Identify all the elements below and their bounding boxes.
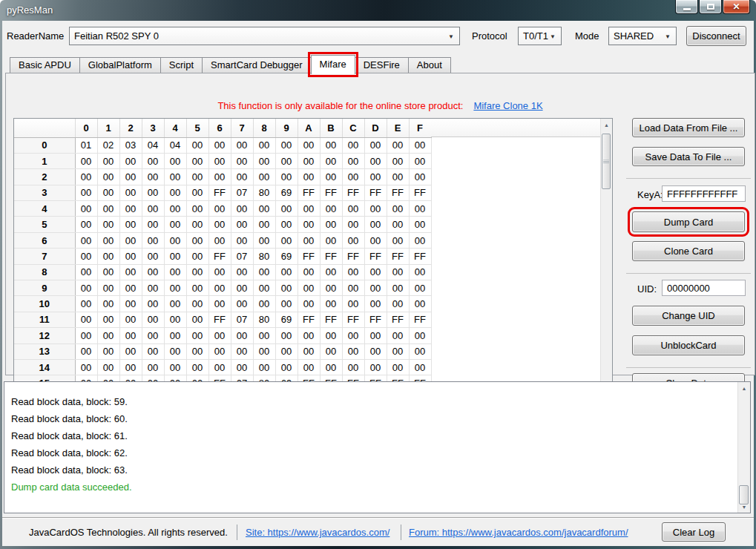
hex-cell[interactable]: 00 — [75, 249, 97, 264]
hex-cell[interactable]: FF — [409, 249, 431, 264]
hex-cell[interactable]: FF — [320, 185, 342, 200]
hex-cell[interactable]: FF — [364, 312, 387, 327]
hex-cell[interactable]: 00 — [164, 328, 186, 343]
hex-cell[interactable]: 00 — [164, 185, 186, 200]
hex-cell[interactable]: 00 — [387, 201, 409, 217]
hex-cell[interactable]: 00 — [208, 137, 231, 153]
hex-cell[interactable]: 00 — [186, 137, 208, 153]
hex-cell[interactable]: 00 — [320, 359, 342, 375]
hex-cell[interactable]: 00 — [75, 201, 97, 217]
hex-cell[interactable]: FF — [364, 185, 387, 200]
hex-cell[interactable]: 00 — [231, 343, 253, 359]
hex-cell[interactable]: 00 — [409, 264, 431, 280]
hex-cell[interactable]: 00 — [119, 296, 142, 312]
hex-cell[interactable]: 00 — [142, 249, 164, 264]
hex-cell[interactable]: 02 — [97, 137, 119, 153]
hex-cell[interactable]: 00 — [97, 359, 119, 375]
hex-cell[interactable]: 00 — [387, 169, 409, 185]
hex-cell[interactable]: 00 — [320, 343, 342, 359]
hex-cell[interactable]: 80 — [253, 185, 275, 200]
title-bar[interactable]: pyResMan ✕ — [0, 0, 756, 21]
hex-cell[interactable]: FF — [387, 185, 409, 200]
hex-cell[interactable]: 00 — [409, 359, 431, 375]
hex-cell[interactable]: 04 — [164, 137, 186, 153]
hex-cell[interactable]: 00 — [186, 343, 208, 359]
hex-cell[interactable]: 00 — [75, 153, 97, 168]
dump-card-button[interactable]: Dump Card — [632, 211, 745, 232]
hex-cell[interactable]: 00 — [298, 359, 320, 375]
hex-cell[interactable]: 00 — [208, 264, 231, 280]
hex-cell[interactable]: 00 — [320, 169, 342, 185]
hex-cell[interactable]: 00 — [387, 232, 409, 248]
hex-cell[interactable]: 00 — [186, 359, 208, 375]
hex-cell[interactable]: 00 — [231, 201, 253, 217]
hex-cell[interactable]: 69 — [275, 249, 298, 264]
hex-cell[interactable]: 00 — [409, 169, 431, 185]
hex-cell[interactable]: 00 — [75, 185, 97, 200]
tab-about[interactable]: About — [408, 57, 451, 73]
hex-cell[interactable]: 00 — [364, 169, 387, 185]
hex-cell[interactable]: 00 — [186, 296, 208, 312]
hex-cell[interactable]: 00 — [97, 312, 119, 327]
hex-cell[interactable]: 00 — [186, 232, 208, 248]
hex-cell[interactable]: 00 — [275, 280, 298, 296]
hex-cell[interactable]: 00 — [97, 296, 119, 312]
hex-cell[interactable]: 00 — [387, 217, 409, 232]
hex-cell[interactable]: 69 — [275, 312, 298, 327]
hex-cell[interactable]: 00 — [97, 153, 119, 168]
hex-cell[interactable]: 00 — [364, 343, 387, 359]
hex-cell[interactable]: 00 — [298, 296, 320, 312]
hex-cell[interactable]: 00 — [342, 169, 364, 185]
hex-cell[interactable]: 00 — [298, 217, 320, 232]
hex-cell[interactable]: 00 — [275, 201, 298, 217]
hex-cell[interactable]: 00 — [208, 359, 231, 375]
hex-cell[interactable]: 00 — [208, 343, 231, 359]
hex-cell[interactable]: 00 — [364, 296, 387, 312]
hex-cell[interactable]: 00 — [142, 359, 164, 375]
uid-input[interactable] — [662, 280, 746, 296]
hex-cell[interactable]: 00 — [409, 232, 431, 248]
hex-cell[interactable]: 00 — [208, 217, 231, 232]
hex-cell[interactable]: FF — [387, 249, 409, 264]
hex-cell[interactable]: 00 — [320, 217, 342, 232]
change-uid-button[interactable]: Change UID — [632, 306, 745, 326]
hex-cell[interactable]: 00 — [253, 169, 275, 185]
hex-cell[interactable]: 00 — [364, 217, 387, 232]
hex-cell[interactable]: 00 — [298, 280, 320, 296]
hex-cell[interactable]: 00 — [186, 280, 208, 296]
hex-cell[interactable]: 00 — [342, 343, 364, 359]
hex-cell[interactable]: 00 — [275, 359, 298, 375]
hex-cell[interactable]: 00 — [119, 264, 142, 280]
hex-cell[interactable]: 00 — [253, 264, 275, 280]
hex-cell[interactable]: 00 — [75, 359, 97, 375]
hex-cell[interactable]: 00 — [97, 232, 119, 248]
hex-cell[interactable]: 00 — [253, 343, 275, 359]
hex-cell[interactable]: 00 — [208, 232, 231, 248]
hex-cell[interactable]: 00 — [164, 312, 186, 327]
hex-cell[interactable]: 00 — [231, 296, 253, 312]
hex-cell[interactable]: 00 — [119, 153, 142, 168]
hex-cell[interactable]: 00 — [231, 232, 253, 248]
log-scrollbar[interactable]: ▲ ▼ — [737, 382, 750, 513]
hex-cell[interactable]: 00 — [342, 359, 364, 375]
tab-script[interactable]: Script — [160, 57, 203, 73]
hex-cell[interactable]: 00 — [320, 201, 342, 217]
hex-cell[interactable]: 00 — [186, 185, 208, 200]
hex-cell[interactable]: 00 — [208, 201, 231, 217]
hex-cell[interactable]: 00 — [119, 169, 142, 185]
hex-cell[interactable]: FF — [320, 312, 342, 327]
hex-cell[interactable]: 00 — [164, 217, 186, 232]
hex-cell[interactable]: 00 — [320, 232, 342, 248]
hex-cell[interactable]: 00 — [275, 153, 298, 168]
hex-cell[interactable]: 00 — [409, 201, 431, 217]
hex-cell[interactable]: 00 — [186, 249, 208, 264]
hex-cell[interactable]: 00 — [119, 328, 142, 343]
hex-cell[interactable]: 00 — [409, 328, 431, 343]
hex-cell[interactable]: 00 — [186, 264, 208, 280]
hex-cell[interactable]: 00 — [75, 169, 97, 185]
hex-cell[interactable]: 00 — [142, 169, 164, 185]
hex-cell[interactable]: 00 — [253, 153, 275, 168]
hex-cell[interactable]: 00 — [97, 264, 119, 280]
hex-cell[interactable]: 00 — [409, 137, 431, 153]
hex-cell[interactable]: 00 — [320, 264, 342, 280]
